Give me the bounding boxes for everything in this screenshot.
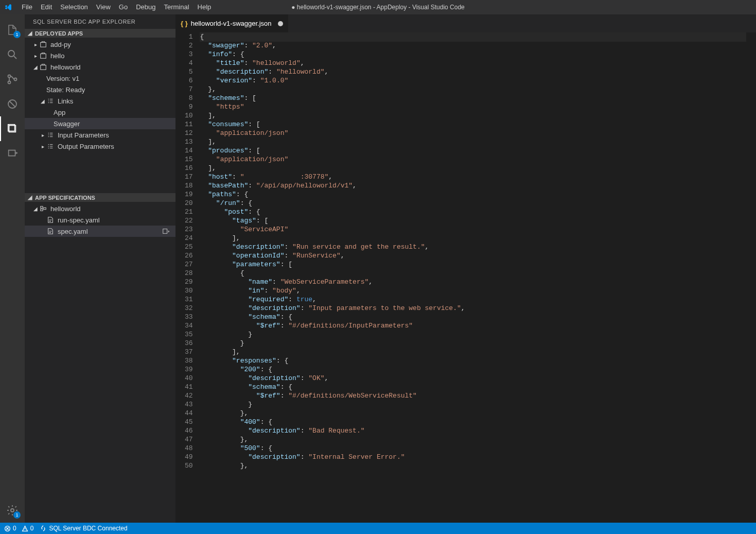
code-line[interactable]: "$ref": "#/definitions/WebServiceResult" [200, 391, 746, 400]
app-icon [39, 51, 47, 60]
menu-terminal[interactable]: Terminal [160, 0, 193, 14]
code-line[interactable]: "description": "OK", [200, 374, 746, 383]
svg-rect-11 [41, 206, 43, 209]
menu-file[interactable]: File [17, 0, 37, 14]
code-line[interactable]: { [200, 269, 746, 278]
tree-item-hello[interactable]: ▸ hello [25, 50, 175, 61]
tree-item-link-app[interactable]: App [25, 107, 175, 118]
code-line[interactable]: "schemes": [ [200, 94, 746, 102]
tree-item-output-params[interactable]: ▸ Output Parameters [25, 141, 175, 152]
menu-help[interactable]: Help [194, 0, 216, 14]
code-line[interactable]: "500": { [200, 444, 746, 453]
svg-rect-10 [41, 65, 46, 70]
code-line[interactable]: "application/json" [200, 129, 746, 137]
code-line[interactable]: "swagger": "2.0", [200, 41, 746, 50]
svg-point-0 [8, 50, 14, 57]
tree-item-run-spec[interactable]: run-spec.yaml [25, 214, 175, 226]
code-line[interactable]: } [200, 339, 746, 348]
menu-view[interactable]: View [92, 0, 115, 14]
menu-debug[interactable]: Debug [132, 0, 160, 14]
code-line[interactable]: } [200, 330, 746, 339]
status-problems[interactable]: 0 0 [4, 525, 33, 532]
run-action-icon[interactable] [162, 228, 171, 235]
tree-item-spec-helloworld[interactable]: ◢ helloworld [25, 203, 175, 214]
code-line[interactable]: "paths": { [200, 190, 746, 199]
code-line[interactable]: "post": { [200, 208, 746, 216]
dirty-indicator-icon [278, 21, 283, 26]
tab-filename: helloworld-v1-swagger.json [191, 20, 272, 27]
code-line[interactable]: "responses": { [200, 356, 746, 365]
code-line[interactable]: "parameters": [ [200, 260, 746, 269]
tree-item-links[interactable]: ◢ Links [25, 95, 175, 107]
code-line[interactable]: "/run": { [200, 199, 746, 208]
section-header-label: APP SPECIFICATIONS [35, 195, 95, 201]
code-line[interactable]: "200": { [200, 365, 746, 374]
editor[interactable]: 1234567891011121314151617181920212223242… [175, 32, 756, 523]
code-line[interactable]: "description": "helloworld", [200, 67, 746, 76]
code-line[interactable]: }, [200, 409, 746, 418]
code-line[interactable]: } [200, 400, 746, 409]
tree-item-helloworld[interactable]: ◢ helloworld [25, 61, 175, 73]
code-line[interactable]: "schema": { [200, 313, 746, 321]
code-line[interactable]: { [200, 32, 746, 41]
code-line[interactable]: ], [200, 234, 746, 243]
tree-item-link-swagger[interactable]: Swagger [25, 118, 175, 129]
tree-item-input-params[interactable]: ▸ Input Parameters [25, 129, 175, 141]
code-line[interactable]: "title": "helloworld", [200, 59, 746, 67]
activity-source-control[interactable] [0, 67, 25, 92]
activity-search[interactable] [0, 42, 25, 67]
code-line[interactable]: "host": " :30778", [200, 173, 746, 181]
code-line[interactable]: }, [200, 461, 746, 470]
code-line[interactable]: "info": { [200, 50, 746, 59]
menu-go[interactable]: Go [115, 0, 132, 14]
tab-bar: { } helloworld-v1-swagger.json [175, 14, 756, 32]
code-content[interactable]: { "swagger": "2.0", "info": { "title": "… [200, 32, 756, 523]
status-connection[interactable]: SQL Server BDC Connected [40, 525, 127, 532]
code-line[interactable]: ], [200, 348, 746, 356]
code-line[interactable]: "description": "Bad Request." [200, 426, 746, 435]
section-deployed-apps[interactable]: ◢ DEPLOYED APPS [25, 29, 175, 38]
code-line[interactable]: "description": "Run service and get the … [200, 243, 746, 251]
code-line[interactable]: "tags": [ [200, 216, 746, 225]
code-line[interactable]: "description": "Input parameters to the … [200, 304, 746, 313]
code-line[interactable]: "$ref": "#/definitions/InputParameters" [200, 321, 746, 330]
code-line[interactable]: "consumes": [ [200, 120, 746, 129]
code-line[interactable]: "400": { [200, 418, 746, 426]
code-line[interactable]: "operationId": "RunService", [200, 251, 746, 260]
tree-label: helloworld [50, 205, 171, 213]
code-line[interactable]: ], [200, 164, 746, 173]
activity-debug[interactable] [0, 92, 25, 116]
section-header-label: DEPLOYED APPS [35, 30, 83, 37]
code-line[interactable]: "required": true, [200, 295, 746, 304]
code-line[interactable]: "basePath": "/api/app/helloworld/v1", [200, 181, 746, 190]
code-line[interactable]: }, [200, 435, 746, 444]
code-line[interactable]: "application/json" [200, 155, 746, 164]
activity-notes[interactable] [0, 141, 25, 166]
code-line[interactable]: "produces": [ [200, 146, 746, 155]
code-line[interactable]: "schema": { [200, 383, 746, 391]
tree-item-spec[interactable]: spec.yaml [25, 226, 175, 237]
tree-item-add-py[interactable]: ▸ add-py [25, 39, 175, 50]
activity-bdc-explorer[interactable] [0, 116, 25, 141]
code-line[interactable]: "ServiceAPI" [200, 225, 746, 234]
code-line[interactable]: ], [200, 137, 746, 146]
code-line[interactable]: "version": "1.0.0" [200, 76, 746, 85]
activity-settings[interactable]: 1 [0, 498, 25, 523]
code-line[interactable]: "description": "Internal Server Error." [200, 453, 746, 461]
sidebar: SQL SERVER BDC APP EXPLORER ◢ DEPLOYED A… [25, 14, 175, 523]
app-specs-tree: ◢ helloworld run-spec.yaml spec.yaml [25, 202, 175, 237]
code-line[interactable]: "in": "body", [200, 286, 746, 295]
editor-tab[interactable]: { } helloworld-v1-swagger.json [175, 14, 289, 32]
code-line[interactable]: }, [200, 85, 746, 94]
svg-rect-8 [41, 43, 46, 47]
chevron-down-icon: ◢ [32, 64, 39, 70]
code-line[interactable]: "https" [200, 102, 746, 111]
chevron-right-icon: ▸ [32, 53, 39, 59]
menu-edit[interactable]: Edit [37, 0, 56, 14]
code-line[interactable]: ], [200, 111, 746, 120]
code-line[interactable]: "name": "WebServiceParameters", [200, 278, 746, 286]
activity-explorer[interactable]: 1 [0, 18, 25, 42]
titlebar: FileEditSelectionViewGoDebugTerminalHelp… [0, 0, 756, 14]
section-app-specs[interactable]: ◢ APP SPECIFICATIONS [25, 193, 175, 202]
menu-selection[interactable]: Selection [56, 0, 92, 14]
